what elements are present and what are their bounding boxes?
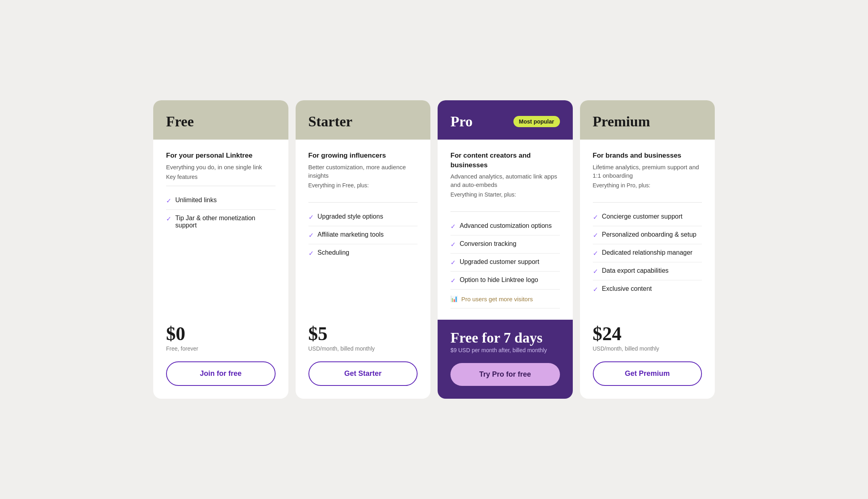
feature-item: ✓Exclusive content bbox=[593, 280, 702, 298]
plan-includes-pro: Everything in Starter, plus: bbox=[450, 191, 560, 198]
features-list-pro: ✓Advanced customization options✓Conversi… bbox=[450, 217, 560, 308]
cta-section-free: Join for free bbox=[153, 355, 288, 399]
card-header-premium: Premium bbox=[580, 100, 715, 140]
feature-text: Exclusive content bbox=[602, 285, 652, 292]
card-header-pro: ProMost popular bbox=[438, 100, 573, 140]
plan-price-free: $0 bbox=[166, 323, 276, 345]
pricing-section-starter: $5USD/month, billed monthly bbox=[296, 313, 431, 355]
cta-section-starter: Get Starter bbox=[296, 355, 431, 399]
checkmark-icon: ✓ bbox=[450, 223, 456, 230]
cta-button-premium[interactable]: Get Premium bbox=[593, 361, 702, 386]
feature-text: Upgraded style options bbox=[318, 213, 383, 220]
plan-title-starter: Starter bbox=[308, 113, 418, 130]
feature-item: ✓Tip Jar & other monetization support bbox=[166, 210, 276, 234]
plan-card-pro: ProMost popularFor content creators and … bbox=[438, 100, 573, 399]
checkmark-icon: ✓ bbox=[593, 286, 598, 293]
card-body-premium: For brands and businessesLifetime analyt… bbox=[580, 140, 715, 313]
plan-includes-premium: Everything in Pro, plus: bbox=[593, 182, 702, 189]
feature-item: ✓Personalized onboarding & setup bbox=[593, 226, 702, 244]
feature-item: ✓Conversion tracking bbox=[450, 235, 560, 254]
features-list-starter: ✓Upgraded style options✓Affiliate market… bbox=[308, 208, 418, 302]
bar-chart-icon: 📊 bbox=[450, 295, 458, 302]
pricing-section-premium: $24USD/month, billed monthly bbox=[580, 313, 715, 355]
checkmark-icon: ✓ bbox=[593, 231, 598, 239]
feature-text: Affiliate marketing tools bbox=[318, 231, 384, 238]
checkmark-icon: ✓ bbox=[166, 197, 171, 205]
checkmark-icon: ✓ bbox=[450, 277, 456, 284]
pricing-section-pro: Free for 7 days$9 USD per month after, b… bbox=[438, 320, 573, 357]
checkmark-icon: ✓ bbox=[450, 241, 456, 248]
checkmark-icon: ✓ bbox=[308, 250, 314, 257]
plan-price-period-premium: USD/month, billed monthly bbox=[593, 345, 702, 352]
feature-item: ✓Concierge customer support bbox=[593, 208, 702, 226]
cta-button-pro[interactable]: Try Pro for free bbox=[450, 363, 560, 386]
key-features-label: Key features bbox=[166, 174, 276, 180]
plan-tagline-premium: For brands and businesses bbox=[593, 151, 702, 160]
feature-item: ✓Unlimited links bbox=[166, 192, 276, 210]
cta-button-starter[interactable]: Get Starter bbox=[308, 361, 418, 386]
plan-title-pro: Pro bbox=[450, 113, 473, 130]
pricing-section-free: $0Free, forever bbox=[153, 313, 288, 355]
checkmark-icon: ✓ bbox=[166, 215, 171, 223]
pro-note-text: Pro users get more visitors bbox=[461, 296, 533, 302]
most-popular-badge: Most popular bbox=[513, 116, 560, 127]
features-list-free: ✓Unlimited links✓Tip Jar & other monetiz… bbox=[166, 192, 276, 302]
checkmark-icon: ✓ bbox=[308, 213, 314, 221]
feature-item: ✓Data export capabilities bbox=[593, 262, 702, 280]
card-body-free: For your personal LinktreeEverything you… bbox=[153, 140, 288, 313]
features-list-premium: ✓Concierge customer support✓Personalized… bbox=[593, 208, 702, 302]
feature-item: ✓Upgraded customer support bbox=[450, 254, 560, 272]
feature-text: Concierge customer support bbox=[602, 213, 683, 220]
plan-subtitle-premium: Lifetime analytics, premium support and … bbox=[593, 163, 702, 180]
feature-item: ✓Affiliate marketing tools bbox=[308, 226, 418, 244]
feature-text: Scheduling bbox=[318, 249, 349, 256]
plan-price-starter: $5 bbox=[308, 323, 418, 345]
pricing-container: FreeFor your personal LinktreeEverything… bbox=[153, 100, 715, 399]
feature-text: Upgraded customer support bbox=[460, 258, 539, 266]
feature-text: Advanced customization options bbox=[460, 222, 552, 229]
feature-text: Unlimited links bbox=[175, 197, 217, 204]
cta-section-pro: Try Pro for free bbox=[438, 357, 573, 399]
checkmark-icon: ✓ bbox=[593, 213, 598, 221]
plan-price-period-free: Free, forever bbox=[166, 345, 276, 352]
plan-card-premium: PremiumFor brands and businessesLifetime… bbox=[580, 100, 715, 399]
checkmark-icon: ✓ bbox=[593, 268, 598, 275]
feature-item: ✓Upgraded style options bbox=[308, 208, 418, 226]
feature-text: Dedicated relationship manager bbox=[602, 249, 693, 256]
card-body-starter: For growing influencersBetter customizat… bbox=[296, 140, 431, 313]
plan-subtitle-pro: Advanced analytics, automatic link apps … bbox=[450, 172, 560, 189]
card-header-free: Free bbox=[153, 100, 288, 140]
feature-text: Data export capabilities bbox=[602, 267, 669, 274]
card-body-pro: For content creators and businessesAdvan… bbox=[438, 140, 573, 320]
card-header-starter: Starter bbox=[296, 100, 431, 140]
plan-tagline-starter: For growing influencers bbox=[308, 151, 418, 160]
plan-title-premium: Premium bbox=[593, 113, 702, 130]
cta-button-free[interactable]: Join for free bbox=[166, 361, 276, 386]
feature-item: ✓Scheduling bbox=[308, 244, 418, 262]
plan-subtitle-starter: Better customization, more audience insi… bbox=[308, 163, 418, 180]
plan-price-pro: Free for 7 days bbox=[450, 329, 560, 346]
checkmark-icon: ✓ bbox=[308, 231, 314, 239]
plan-price-premium: $24 bbox=[593, 323, 702, 345]
feature-item: ✓Option to hide Linktree logo bbox=[450, 272, 560, 290]
plan-card-free: FreeFor your personal LinktreeEverything… bbox=[153, 100, 288, 399]
feature-text: Option to hide Linktree logo bbox=[460, 276, 538, 284]
checkmark-icon: ✓ bbox=[450, 259, 456, 266]
plan-tagline-free: For your personal Linktree bbox=[166, 151, 276, 160]
plan-subtitle-free: Everything you do, in one single link bbox=[166, 163, 276, 171]
plan-title-free: Free bbox=[166, 113, 276, 130]
pro-visitors-note: 📊Pro users get more visitors bbox=[450, 290, 560, 308]
checkmark-icon: ✓ bbox=[593, 250, 598, 257]
plan-includes-starter: Everything in Free, plus: bbox=[308, 182, 418, 189]
plan-price-period-starter: USD/month, billed monthly bbox=[308, 345, 418, 352]
feature-item: ✓Advanced customization options bbox=[450, 217, 560, 235]
plan-price-period-pro: $9 USD per month after, billed monthly bbox=[450, 347, 560, 353]
feature-text: Tip Jar & other monetization support bbox=[175, 215, 276, 229]
cta-section-premium: Get Premium bbox=[580, 355, 715, 399]
plan-tagline-pro: For content creators and businesses bbox=[450, 151, 560, 170]
feature-text: Personalized onboarding & setup bbox=[602, 231, 697, 238]
feature-text: Conversion tracking bbox=[460, 240, 516, 247]
feature-item: ✓Dedicated relationship manager bbox=[593, 244, 702, 262]
plan-card-starter: StarterFor growing influencersBetter cus… bbox=[296, 100, 431, 399]
